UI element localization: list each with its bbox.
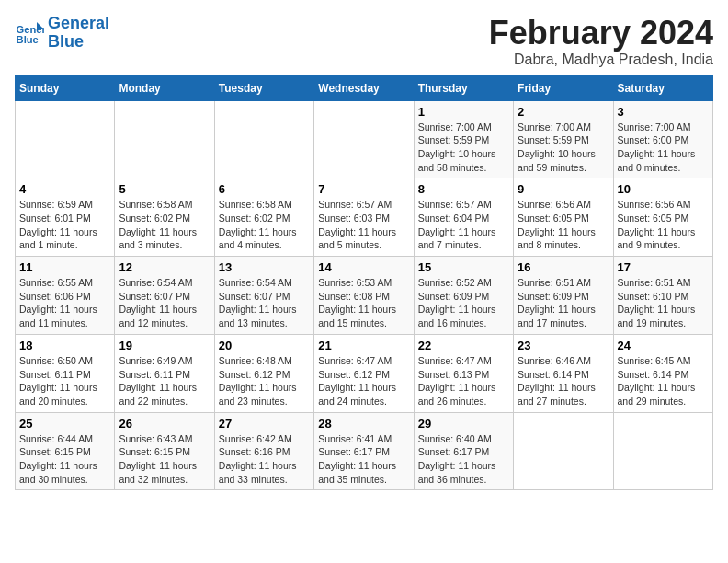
day-number: 26 [119, 417, 210, 431]
day-number: 17 [618, 260, 709, 274]
calendar-cell [214, 100, 313, 178]
col-header-wednesday: Wednesday [314, 75, 414, 100]
day-number: 13 [219, 260, 310, 274]
calendar-cell [613, 412, 712, 490]
day-number: 23 [518, 339, 609, 352]
calendar-cell: 19Sunrise: 6:49 AM Sunset: 6:11 PM Dayli… [115, 334, 214, 412]
calendar-table: SundayMondayTuesdayWednesdayThursdayFrid… [15, 75, 713, 491]
day-info: Sunrise: 6:57 AM Sunset: 6:03 PM Dayligh… [318, 198, 409, 252]
day-info: Sunrise: 6:59 AM Sunset: 6:01 PM Dayligh… [19, 198, 110, 252]
day-info: Sunrise: 6:40 AM Sunset: 6:17 PM Dayligh… [418, 432, 509, 487]
calendar-cell: 7Sunrise: 6:57 AM Sunset: 6:03 PM Daylig… [314, 178, 414, 257]
day-number: 10 [618, 182, 709, 196]
day-info: Sunrise: 6:57 AM Sunset: 6:04 PM Dayligh… [418, 198, 509, 252]
week-row-3: 11Sunrise: 6:55 AM Sunset: 6:06 PM Dayli… [16, 257, 713, 335]
day-number: 4 [19, 182, 110, 196]
col-header-sunday: Sunday [16, 75, 115, 100]
day-info: Sunrise: 6:44 AM Sunset: 6:15 PM Dayligh… [19, 432, 110, 487]
day-info: Sunrise: 6:56 AM Sunset: 6:05 PM Dayligh… [618, 198, 709, 252]
day-info: Sunrise: 6:47 AM Sunset: 6:13 PM Dayligh… [418, 354, 509, 408]
calendar-cell: 4Sunrise: 6:59 AM Sunset: 6:01 PM Daylig… [16, 178, 115, 257]
day-info: Sunrise: 6:46 AM Sunset: 6:14 PM Dayligh… [518, 354, 609, 408]
day-info: Sunrise: 6:54 AM Sunset: 6:07 PM Dayligh… [119, 276, 210, 330]
week-row-5: 25Sunrise: 6:44 AM Sunset: 6:15 PM Dayli… [16, 412, 713, 490]
day-number: 27 [219, 417, 310, 431]
svg-text:Blue: Blue [17, 34, 39, 45]
col-header-monday: Monday [115, 75, 214, 100]
calendar-cell: 14Sunrise: 6:53 AM Sunset: 6:08 PM Dayli… [314, 257, 414, 335]
day-info: Sunrise: 6:52 AM Sunset: 6:09 PM Dayligh… [418, 276, 509, 330]
day-info: Sunrise: 6:43 AM Sunset: 6:15 PM Dayligh… [119, 432, 210, 487]
calendar-cell: 12Sunrise: 6:54 AM Sunset: 6:07 PM Dayli… [115, 257, 214, 335]
day-info: Sunrise: 6:51 AM Sunset: 6:09 PM Dayligh… [518, 276, 609, 330]
day-number: 29 [418, 417, 509, 431]
calendar-cell: 16Sunrise: 6:51 AM Sunset: 6:09 PM Dayli… [514, 257, 613, 335]
calendar-cell: 22Sunrise: 6:47 AM Sunset: 6:13 PM Dayli… [414, 334, 513, 412]
week-row-1: 1Sunrise: 7:00 AM Sunset: 5:59 PM Daylig… [16, 100, 713, 178]
day-number: 28 [318, 417, 409, 431]
day-number: 3 [618, 105, 709, 119]
calendar-header-row: SundayMondayTuesdayWednesdayThursdayFrid… [16, 75, 713, 100]
day-info: Sunrise: 6:42 AM Sunset: 6:16 PM Dayligh… [219, 432, 310, 487]
logo-icon: General Blue [15, 18, 44, 48]
day-info: Sunrise: 6:55 AM Sunset: 6:06 PM Dayligh… [19, 276, 110, 330]
logo: General Blue General Blue [15, 15, 109, 52]
location-subtitle: Dabra, Madhya Pradesh, India [489, 52, 713, 68]
day-number: 25 [19, 417, 110, 431]
day-number: 21 [318, 339, 409, 352]
calendar-cell: 27Sunrise: 6:42 AM Sunset: 6:16 PM Dayli… [214, 412, 313, 490]
calendar-cell: 1Sunrise: 7:00 AM Sunset: 5:59 PM Daylig… [414, 100, 513, 178]
day-number: 16 [518, 260, 609, 274]
calendar-cell: 29Sunrise: 6:40 AM Sunset: 6:17 PM Dayli… [414, 412, 513, 490]
calendar-cell: 23Sunrise: 6:46 AM Sunset: 6:14 PM Dayli… [514, 334, 613, 412]
calendar-cell: 13Sunrise: 6:54 AM Sunset: 6:07 PM Dayli… [214, 257, 313, 335]
col-header-thursday: Thursday [414, 75, 513, 100]
week-row-4: 18Sunrise: 6:50 AM Sunset: 6:11 PM Dayli… [16, 334, 713, 412]
week-row-2: 4Sunrise: 6:59 AM Sunset: 6:01 PM Daylig… [16, 178, 713, 257]
calendar-cell: 18Sunrise: 6:50 AM Sunset: 6:11 PM Dayli… [16, 334, 115, 412]
day-info: Sunrise: 7:00 AM Sunset: 6:00 PM Dayligh… [618, 121, 709, 175]
day-number: 7 [318, 182, 409, 196]
calendar-cell [314, 100, 414, 178]
calendar-cell [16, 100, 115, 178]
title-area: February 2024 Dabra, Madhya Pradesh, Ind… [489, 15, 713, 68]
day-info: Sunrise: 6:54 AM Sunset: 6:07 PM Dayligh… [219, 276, 310, 330]
day-number: 2 [518, 105, 609, 119]
col-header-tuesday: Tuesday [214, 75, 313, 100]
logo-blue: Blue [48, 33, 109, 52]
day-number: 18 [19, 339, 110, 352]
day-info: Sunrise: 6:58 AM Sunset: 6:02 PM Dayligh… [119, 198, 210, 252]
day-info: Sunrise: 6:48 AM Sunset: 6:12 PM Dayligh… [219, 354, 310, 408]
calendar-cell: 11Sunrise: 6:55 AM Sunset: 6:06 PM Dayli… [16, 257, 115, 335]
day-number: 9 [518, 182, 609, 196]
col-header-saturday: Saturday [613, 75, 712, 100]
calendar-cell [514, 412, 613, 490]
day-info: Sunrise: 6:58 AM Sunset: 6:02 PM Dayligh… [219, 198, 310, 252]
day-number: 19 [119, 339, 210, 352]
calendar-cell: 28Sunrise: 6:41 AM Sunset: 6:17 PM Dayli… [314, 412, 414, 490]
day-number: 6 [219, 182, 310, 196]
day-number: 20 [219, 339, 310, 352]
day-info: Sunrise: 6:51 AM Sunset: 6:10 PM Dayligh… [618, 276, 709, 330]
day-info: Sunrise: 6:50 AM Sunset: 6:11 PM Dayligh… [19, 354, 110, 408]
calendar-cell: 9Sunrise: 6:56 AM Sunset: 6:05 PM Daylig… [514, 178, 613, 257]
header: General Blue General Blue February 2024 … [15, 15, 713, 68]
day-info: Sunrise: 6:45 AM Sunset: 6:14 PM Dayligh… [618, 354, 709, 408]
day-number: 12 [119, 260, 210, 274]
day-info: Sunrise: 7:00 AM Sunset: 5:59 PM Dayligh… [418, 121, 509, 175]
day-info: Sunrise: 6:53 AM Sunset: 6:08 PM Dayligh… [318, 276, 409, 330]
day-number: 15 [418, 260, 509, 274]
calendar-cell: 26Sunrise: 6:43 AM Sunset: 6:15 PM Dayli… [115, 412, 214, 490]
calendar-cell: 3Sunrise: 7:00 AM Sunset: 6:00 PM Daylig… [613, 100, 712, 178]
calendar-cell [115, 100, 214, 178]
calendar-cell: 10Sunrise: 6:56 AM Sunset: 6:05 PM Dayli… [613, 178, 712, 257]
month-title: February 2024 [489, 15, 713, 52]
day-number: 11 [19, 260, 110, 274]
day-info: Sunrise: 6:49 AM Sunset: 6:11 PM Dayligh… [119, 354, 210, 408]
logo-general: General [48, 15, 109, 33]
calendar-cell: 6Sunrise: 6:58 AM Sunset: 6:02 PM Daylig… [214, 178, 313, 257]
day-number: 14 [318, 260, 409, 274]
day-info: Sunrise: 6:56 AM Sunset: 6:05 PM Dayligh… [518, 198, 609, 252]
calendar-cell: 20Sunrise: 6:48 AM Sunset: 6:12 PM Dayli… [214, 334, 313, 412]
day-number: 24 [618, 339, 709, 352]
